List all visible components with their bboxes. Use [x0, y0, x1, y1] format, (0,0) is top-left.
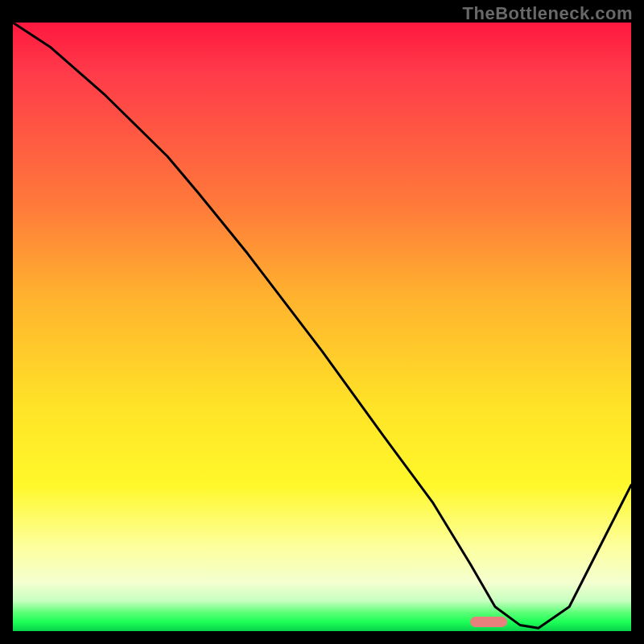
optimal-marker — [470, 617, 507, 628]
plot-area — [13, 23, 631, 631]
watermark-text: TheBottleneck.com — [463, 3, 633, 24]
curve-path — [13, 23, 631, 628]
bottleneck-curve — [13, 23, 631, 631]
chart-frame: TheBottleneck.com — [0, 0, 644, 644]
